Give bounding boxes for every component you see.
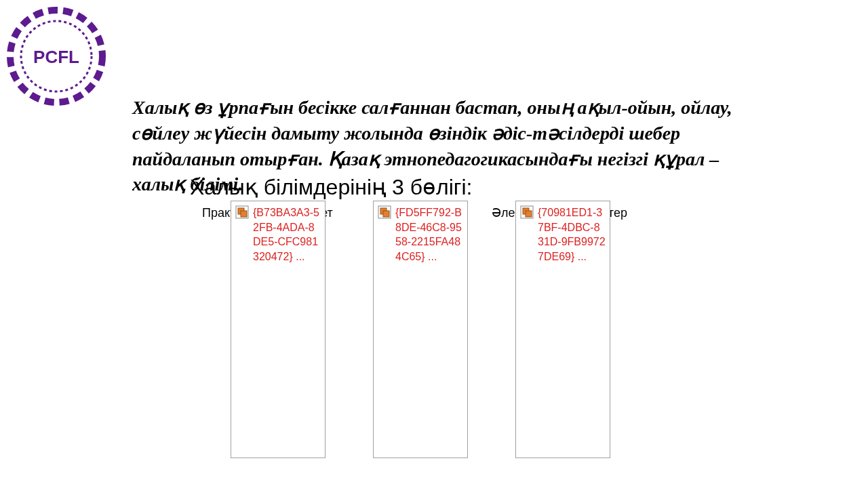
svg-rect-7 [241, 211, 247, 217]
svg-text:PCFL: PCFL [33, 47, 79, 67]
svg-rect-10 [383, 211, 389, 217]
broken-object-icon [378, 205, 391, 219]
broken-object-text: {B73BA3A3-52FB-4ADA-8DE5-CFC981320472} .… [253, 207, 319, 262]
broken-object-icon [520, 205, 534, 219]
broken-object: {FD5FF792-B8DE-46C8-9558-2215FA484C65} .… [373, 201, 468, 458]
logo: PCFL [5, 5, 107, 107]
broken-object-row: {B73BA3A3-52FB-4ADA-8DE5-CFC981320472} .… [231, 201, 610, 458]
svg-rect-13 [526, 211, 532, 217]
broken-object-icon [235, 205, 249, 219]
broken-object: {70981ED1-37BF-4DBC-831D-9FB99727DE69} .… [515, 201, 610, 458]
broken-object-text: {FD5FF792-B8DE-46C8-9558-2215FA484C65} .… [395, 207, 462, 262]
broken-object-text: {70981ED1-37BF-4DBC-831D-9FB99727DE69} .… [538, 207, 606, 262]
main-paragraph: Халық өз ұрпағын бесікке салғаннан баста… [132, 95, 743, 197]
broken-object: {B73BA3A3-52FB-4ADA-8DE5-CFC981320472} .… [231, 201, 326, 458]
